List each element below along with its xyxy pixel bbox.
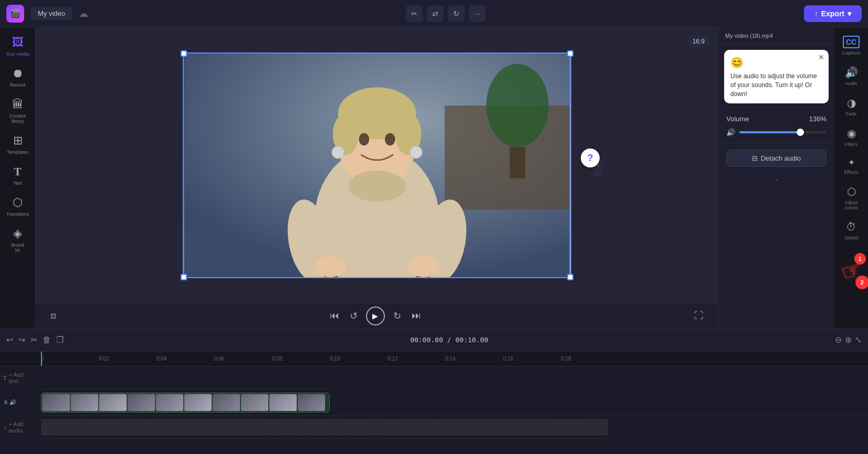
help-button[interactable]: ?: [581, 149, 600, 167]
filters-label: Filters: [845, 142, 858, 147]
video-thumb-10: [298, 394, 325, 411]
text-track-row: T + Add text: [41, 366, 868, 389]
text-track-icon: T: [3, 375, 7, 381]
skip-back-button[interactable]: ⏮: [328, 308, 341, 323]
rotate-button[interactable]: ↻: [448, 5, 465, 22]
right-panel: My video (18).mp4 ✕ 😊 Use audio to adjus…: [718, 27, 834, 328]
delete-button[interactable]: 🗑: [43, 335, 51, 345]
badge-2: 2: [855, 276, 869, 289]
filters-icon: ◉: [847, 127, 856, 140]
detach-audio-button[interactable]: ⊟ Detach audio: [726, 150, 827, 167]
more-button[interactable]: ···: [469, 5, 486, 22]
top-bar: 🎬 My video ☁ ✂ ⇄ ↻ ··· ↑ Export ▾: [0, 0, 868, 27]
effects-label: Effects: [844, 170, 858, 175]
zoom-fit-button[interactable]: ⤡: [855, 335, 862, 345]
file-name: My video (18).mp4: [725, 33, 773, 39]
rewind-button[interactable]: ↺: [348, 308, 360, 324]
tooltip-text: Use audio to adjust the volume of your s…: [730, 72, 817, 98]
aspect-ratio-badge[interactable]: 16:9: [687, 36, 710, 47]
video-thumb-2: [71, 394, 98, 411]
svg-point-18: [315, 256, 346, 277]
adjust-colors-label: Adjustcolors: [844, 200, 857, 210]
right-panel-header: My video (18).mp4: [719, 27, 834, 45]
sidebar-item-templates[interactable]: ⊞ Templates: [2, 130, 34, 160]
selection-handle-br[interactable]: [567, 274, 573, 280]
ruler-mark-7: 0:14: [445, 356, 503, 362]
panel-collapse-button[interactable]: ⌄: [719, 173, 834, 185]
video-canvas[interactable]: [183, 52, 571, 278]
right-tool-effects[interactable]: ✦ Effects: [836, 153, 866, 179]
tooltip-close-button[interactable]: ✕: [818, 53, 824, 61]
audio-tooltip: ✕ 😊 Use audio to adjust the volume of yo…: [724, 50, 829, 103]
volume-row: 🔊: [726, 128, 827, 136]
video-thumb-9: [269, 394, 297, 411]
sidebar-item-text[interactable]: T Text: [2, 161, 34, 191]
video-thumb-1: [43, 394, 70, 411]
sidebar-item-content-library[interactable]: 🏛 Contentlibrary: [2, 93, 34, 129]
fullscreen-button[interactable]: ⛶: [692, 308, 706, 323]
right-tool-filters[interactable]: ◉ Filters: [836, 123, 866, 151]
speed-label: Speed: [844, 235, 858, 240]
selection-handle-tr[interactable]: [567, 50, 573, 57]
play-pause-button[interactable]: ▶: [366, 307, 385, 325]
audio-track-waveform: [41, 419, 608, 436]
zoom-in-button[interactable]: ⊕: [845, 335, 852, 345]
volume-slider[interactable]: [739, 131, 827, 133]
svg-point-15: [349, 170, 406, 201]
ruler-mark-6: 0:12: [388, 356, 445, 362]
playhead[interactable]: [41, 352, 42, 366]
skip-forward-button[interactable]: ⏭: [410, 308, 423, 323]
right-tool-audio[interactable]: 🔊 Audio: [836, 62, 866, 90]
crop-button[interactable]: ✂: [406, 5, 423, 22]
audio-track-row: ♪ + Add audio: [41, 416, 868, 439]
right-tool-speed[interactable]: ⏱ Speed: [836, 217, 866, 245]
svg-point-3: [486, 64, 549, 147]
zoom-out-button[interactable]: ⊖: [835, 335, 842, 345]
captions-icon: CC: [843, 36, 860, 48]
video-track-content[interactable]: [41, 393, 330, 413]
cloud-icon: ☁: [79, 8, 88, 19]
audio-tool-label: Audio: [845, 81, 857, 86]
add-text-button[interactable]: + Add text: [9, 372, 34, 384]
transitions-icon: ⬡: [13, 196, 23, 209]
sidebar-item-transitions[interactable]: ⬡ Transitions: [2, 192, 34, 221]
sidebar-item-brand[interactable]: ◈ Brandkit: [2, 223, 34, 258]
video-thumb-3: [99, 394, 127, 411]
right-tool-fade[interactable]: ◑ Fade: [836, 92, 866, 121]
volume-slider-thumb[interactable]: [797, 129, 804, 136]
selection-handle-bl[interactable]: [181, 274, 187, 280]
text-track-label: T + Add text: [0, 372, 37, 384]
duplicate-button[interactable]: ❐: [56, 335, 64, 345]
right-tool-captions[interactable]: CC Captions: [836, 31, 866, 60]
flip-button[interactable]: ⇄: [427, 5, 444, 22]
audio-tool-icon: 🔊: [845, 66, 858, 79]
video-preview: [184, 54, 570, 277]
forward-button[interactable]: ↻: [391, 308, 403, 324]
tooltip-emoji: 😊: [730, 55, 822, 70]
audio-track-label: ♪ + Add audio: [0, 421, 37, 434]
sidebar-item-your-media[interactable]: 🖼 Your media: [2, 31, 34, 61]
canvas-wrapper: 16:9 › ?: [36, 27, 718, 303]
zoom-controls: ⊖ ⊕ ⤡: [835, 335, 862, 345]
svg-point-12: [385, 133, 395, 145]
video-thumb-8: [241, 394, 268, 411]
selection-handle-tl[interactable]: [181, 50, 187, 57]
video-thumb-6: [184, 394, 212, 411]
add-audio-button[interactable]: + Add audio: [8, 421, 34, 434]
cut-button[interactable]: ✂: [30, 335, 37, 345]
player-center-controls: ⏮ ↺ ▶ ↻ ⏭: [328, 307, 423, 325]
svg-point-13: [332, 146, 344, 159]
svg-point-19: [408, 256, 439, 277]
redo-button[interactable]: ↪: [18, 335, 25, 345]
undo-button[interactable]: ↩: [6, 335, 13, 345]
export-button[interactable]: ↑ Export ▾: [804, 5, 862, 22]
fade-icon: ◑: [847, 97, 856, 109]
ruler-mark-1: 0:02: [99, 356, 156, 362]
project-name[interactable]: My video: [30, 7, 72, 20]
export-icon: ↑: [814, 9, 818, 18]
subtitle-toggle-button[interactable]: ⧈: [48, 308, 58, 323]
volume-slider-fill: [739, 131, 800, 133]
sidebar-item-record[interactable]: ⏺ Record: [2, 62, 34, 92]
ruler-mark-9: 0:18: [561, 356, 619, 362]
right-tool-adjust-colors[interactable]: ⬡ Adjustcolors: [836, 181, 866, 215]
